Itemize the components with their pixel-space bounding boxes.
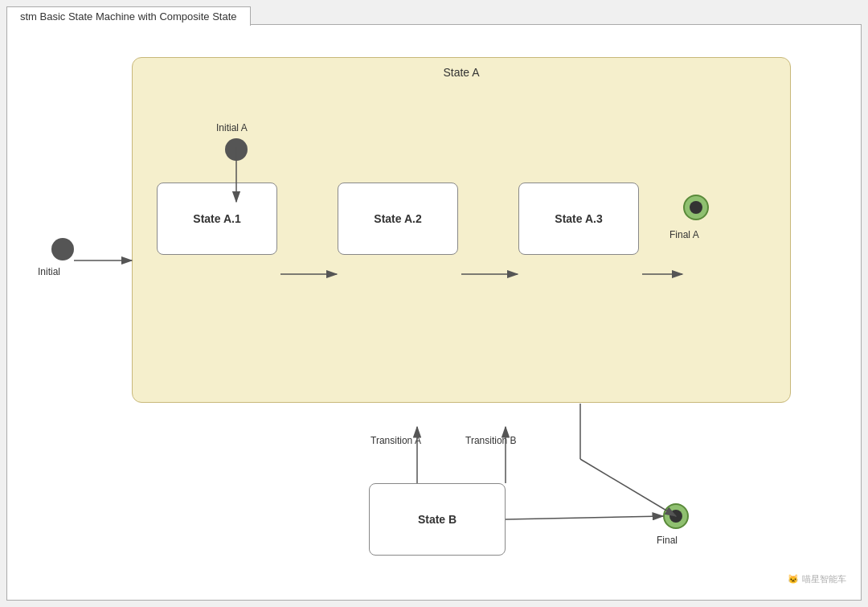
initial-a-label: Initial A bbox=[216, 122, 248, 133]
title-bar: stm Basic State Machine with Composite S… bbox=[6, 6, 251, 26]
final-inner-circle bbox=[669, 510, 682, 523]
final-state bbox=[663, 503, 689, 529]
state-a-composite: State A Initial A State A.1 State A.2 St… bbox=[132, 57, 791, 403]
initial-pseudostate bbox=[51, 238, 74, 260]
watermark: 🐱 喵星智能车 bbox=[788, 573, 846, 585]
state-a3-label: State A.3 bbox=[555, 212, 602, 225]
watermark-icon: 🐱 bbox=[788, 574, 799, 584]
state-b-label: State B bbox=[418, 513, 457, 526]
final-label: Final bbox=[657, 535, 678, 546]
state-a-label: State A bbox=[133, 66, 790, 79]
state-a2-label: State A.2 bbox=[374, 212, 421, 225]
final-a-state bbox=[683, 195, 709, 220]
state-a1: State A.1 bbox=[157, 183, 277, 255]
svg-line-11 bbox=[506, 516, 663, 519]
main-canvas: State A Initial A State A.1 State A.2 St… bbox=[6, 24, 862, 601]
state-a1-label: State A.1 bbox=[193, 212, 240, 225]
state-a3: State A.3 bbox=[518, 183, 639, 255]
transition-a-label: Transition A bbox=[371, 435, 421, 446]
state-b: State B bbox=[369, 483, 506, 556]
initial-label: Initial bbox=[38, 266, 60, 277]
final-a-inner-circle bbox=[690, 201, 702, 214]
transition-b-label: Transition B bbox=[465, 435, 517, 446]
svg-line-10 bbox=[580, 459, 676, 516]
watermark-text: 喵星智能车 bbox=[802, 573, 846, 585]
final-a-label: Final A bbox=[669, 229, 699, 240]
state-a2: State A.2 bbox=[338, 183, 458, 255]
initial-a-pseudostate bbox=[225, 138, 248, 161]
